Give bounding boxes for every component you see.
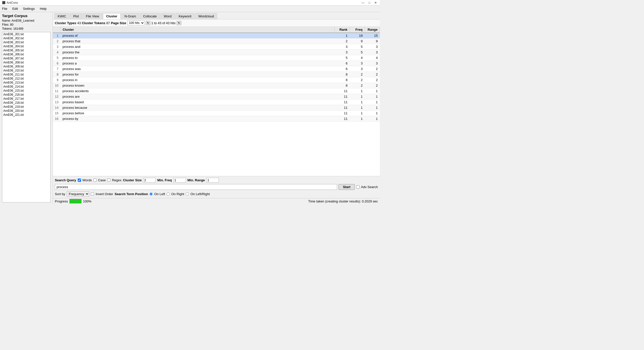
file-list-item[interactable]: AmE06_J18.txt <box>2 101 50 105</box>
adv-search-checkbox[interactable] <box>356 185 359 189</box>
file-list-item[interactable]: AmE06_J21.txt <box>2 113 50 117</box>
table-row[interactable]: 11 process accidents 11 1 1 <box>53 88 380 94</box>
file-list-item[interactable]: AmE06_J13.txt <box>2 81 50 85</box>
tab-word[interactable]: Word <box>160 13 175 19</box>
minimize-button[interactable]: — <box>360 1 366 5</box>
file-list-item[interactable]: AmE06_J02.txt <box>2 36 50 40</box>
close-button[interactable]: ✕ <box>373 1 378 5</box>
on-left-radio[interactable] <box>149 192 153 196</box>
table-row[interactable]: 2 process that 2 9 9 <box>53 39 380 44</box>
tab-cluster[interactable]: Cluster <box>103 13 121 19</box>
menu-file[interactable]: File <box>1 6 8 11</box>
cluster-types-label: Cluster Types <box>55 21 76 25</box>
file-list-item[interactable]: AmE06_J19.txt <box>2 105 50 109</box>
file-list-item[interactable]: AmE06_J05.txt <box>2 48 50 52</box>
row-rank: 11 <box>335 94 350 99</box>
file-list-item[interactable]: AmE06_J03.txt <box>2 40 50 44</box>
cluster-table: Cluster Rank Freq Range 1 process of 1 1… <box>53 27 380 122</box>
sort-select[interactable]: Frequency Range Cluster <box>67 191 89 197</box>
table-row[interactable]: 12 process are 11 1 1 <box>53 94 380 99</box>
table-row[interactable]: 10 process known 8 2 2 <box>53 83 380 88</box>
table-body: 1 process of 1 19 15 2 process that 2 9 … <box>53 33 380 122</box>
file-list-item[interactable]: AmE06_J12.txt <box>2 77 50 81</box>
row-cluster: process before <box>60 111 334 116</box>
col-header-freq[interactable]: Freq <box>350 27 365 33</box>
min-freq-label: Min. Freq <box>157 178 172 182</box>
file-list-item[interactable]: AmE06_J20.txt <box>2 109 50 113</box>
page-size-select[interactable]: 100 hits 50 hits 200 hits <box>127 20 145 25</box>
page-size-label: Page Size <box>111 21 126 25</box>
file-list-item[interactable]: AmE06_J07.txt <box>2 56 50 60</box>
file-list-item[interactable]: AmE06_J14.txt <box>2 85 50 89</box>
refresh-button[interactable]: ↻ <box>146 21 150 25</box>
file-list-item[interactable]: AmE06_J10.txt <box>2 68 50 73</box>
invert-order-checkbox[interactable] <box>91 192 94 196</box>
table-container[interactable]: Cluster Rank Freq Range 1 process of 1 1… <box>53 27 380 176</box>
on-right-radio[interactable] <box>167 192 170 196</box>
words-checkbox[interactable] <box>78 179 81 182</box>
tab-keyword[interactable]: Keyword <box>175 13 195 19</box>
row-cluster: process known <box>60 83 334 88</box>
table-row[interactable]: 9 process in 8 2 2 <box>53 77 380 83</box>
row-cluster: process in <box>60 77 334 83</box>
tab-wordcloud[interactable]: Wordcloud <box>195 13 217 19</box>
tab-collocate[interactable]: Collocate <box>140 13 160 19</box>
table-row[interactable]: 5 process to 5 4 4 <box>53 55 380 61</box>
titlebar-right[interactable]: — □ ✕ <box>360 1 378 5</box>
cluster-size-input[interactable] <box>143 178 156 183</box>
min-freq-input[interactable] <box>173 178 186 183</box>
table-row[interactable]: 13 process based 11 1 1 <box>53 99 380 105</box>
tab-file-view[interactable]: File View <box>83 13 102 19</box>
row-freq: 1 <box>350 116 365 122</box>
file-list-item[interactable]: AmE06_J06.txt <box>2 52 50 56</box>
table-row[interactable]: 7 process was 6 3 2 <box>53 66 380 72</box>
col-header-rank[interactable]: Rank <box>335 27 350 33</box>
table-row[interactable]: 14 process because 11 1 1 <box>53 105 380 111</box>
file-list-item[interactable]: AmE06_J11.txt <box>2 73 50 77</box>
sidebar-tokens-label: Tokens: <box>2 27 12 30</box>
on-right-label: On Right <box>171 192 184 196</box>
file-list-item[interactable]: AmE06_J15.txt <box>2 89 50 93</box>
cluster-tokens-value: 87 <box>106 21 110 25</box>
table-row[interactable]: 6 process a 6 3 3 <box>53 61 380 66</box>
min-range-input[interactable] <box>206 178 219 183</box>
bottom-panel: Search Query Words Case Regex Cluster Si… <box>53 176 380 198</box>
tab-plot[interactable]: Plot <box>70 13 82 19</box>
on-left-right-radio[interactable] <box>186 192 189 196</box>
file-list-item[interactable]: AmE06_J04.txt <box>2 44 50 48</box>
menubar: File Edit Settings Help <box>0 6 380 12</box>
tab-ngram[interactable]: N-Gram <box>121 13 139 19</box>
row-range: 2 <box>365 83 380 88</box>
table-row[interactable]: 15 process before 11 1 1 <box>53 111 380 116</box>
row-num: 2 <box>53 39 60 44</box>
col-header-cluster[interactable]: Cluster <box>60 27 334 33</box>
table-row[interactable]: 8 process for 8 2 2 <box>53 72 380 77</box>
menu-help[interactable]: Help <box>39 6 48 11</box>
table-row[interactable]: 1 process of 1 19 15 <box>53 33 380 39</box>
file-list-item[interactable]: AmE06_J17.txt <box>2 97 50 101</box>
row-cluster: process are <box>60 94 334 99</box>
file-list-item[interactable]: AmE06_J08.txt <box>2 60 50 64</box>
search-input[interactable] <box>55 184 337 190</box>
row-rank: 8 <box>335 72 350 77</box>
row-freq: 3 <box>350 61 365 66</box>
table-row[interactable]: 16 process by 11 1 1 <box>53 116 380 122</box>
menu-settings[interactable]: Settings <box>22 6 36 11</box>
row-cluster: process and <box>60 44 334 50</box>
file-list-item[interactable]: AmE06_J16.txt <box>2 93 50 97</box>
row-num: 7 <box>53 66 60 72</box>
table-row[interactable]: 3 process and 3 5 3 <box>53 44 380 50</box>
col-header-range[interactable]: Range <box>365 27 380 33</box>
file-list[interactable]: AmE06_J01.txtAmE06_J02.txtAmE06_J03.txtA… <box>2 32 51 202</box>
file-list-item[interactable]: AmE06_J09.txt <box>2 64 50 68</box>
file-list-item[interactable]: AmE06_J01.txt <box>2 32 50 36</box>
refresh-hits-button[interactable]: ↻ <box>177 21 181 25</box>
maximize-button[interactable]: □ <box>368 1 371 5</box>
tab-kwic[interactable]: KWIC <box>54 13 69 19</box>
start-button[interactable]: Start <box>339 184 355 190</box>
menu-edit[interactable]: Edit <box>11 6 19 11</box>
row-rank: 11 <box>335 88 350 94</box>
table-row[interactable]: 4 process the 3 5 3 <box>53 50 380 55</box>
regex-checkbox[interactable] <box>107 179 110 182</box>
case-checkbox[interactable] <box>93 179 97 182</box>
